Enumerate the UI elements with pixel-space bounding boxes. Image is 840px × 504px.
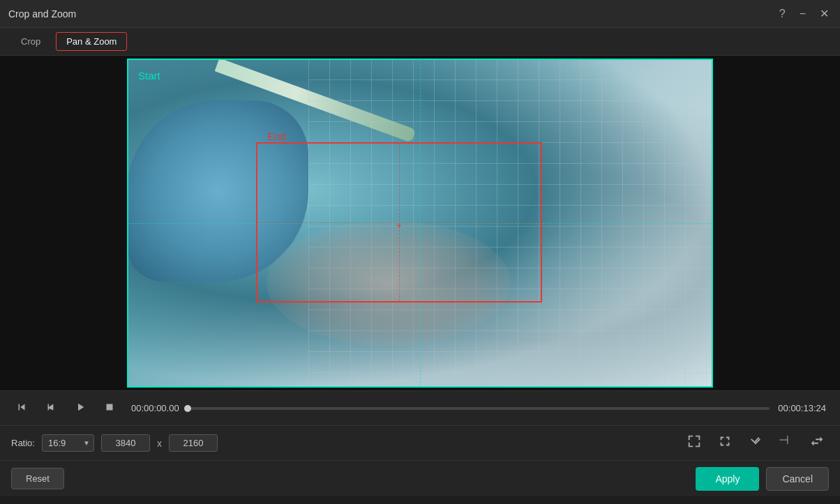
dim-separator: x [157,438,162,449]
fit-to-screen-button[interactable] [682,431,706,455]
tab-pan-zoom[interactable]: Pan & Zoom [56,32,127,51]
svg-text:⊣: ⊣ [779,434,789,446]
current-time: 00:00:00.00 [131,403,179,413]
minimize-button[interactable]: − [797,6,809,22]
action-buttons: Apply Cancel [696,467,829,491]
end-crop-box[interactable]: End + [256,142,542,303]
end-time: 00:00:13:24 [778,403,826,413]
height-input[interactable] [169,434,218,452]
ratio-select-wrapper: 16:9 4:3 1:1 9:16 Custom ▼ [42,434,94,452]
align-right-button[interactable] [744,431,767,455]
cancel-button[interactable]: Cancel [766,467,829,491]
tab-bar: Crop Pan & Zoom [0,28,840,56]
step-back-button[interactable] [11,398,32,419]
end-center-marker: + [396,220,402,225]
ratio-bar: Ratio: 16:9 4:3 1:1 9:16 Custom ▼ x ⊣ [0,425,840,460]
video-area: Start End + [0,56,840,390]
title-bar-controls: ? − ✕ [777,6,832,22]
width-input[interactable] [101,434,150,452]
ratio-select[interactable]: 16:9 4:3 1:1 9:16 Custom [42,434,94,452]
stop-button[interactable] [99,398,120,419]
progress-bar[interactable] [188,407,770,410]
playback-controls: 00:00:00.00 00:00:13:24 [0,390,840,425]
help-button[interactable]: ? [777,6,788,22]
start-label: Start [138,70,160,82]
apply-button[interactable]: Apply [696,467,759,491]
fullscreen-button[interactable] [713,431,737,455]
video-canvas: Start End + [127,59,713,388]
play-button[interactable] [70,398,91,419]
align-left-button[interactable]: ⊣ [774,431,798,455]
swap-button[interactable] [805,431,829,455]
title-bar: Crop and Zoom ? − ✕ [0,0,840,28]
end-label: End [267,130,286,142]
close-button[interactable]: ✕ [817,6,832,22]
window-title: Crop and Zoom [8,8,777,20]
progress-indicator [184,405,191,412]
prev-frame-button[interactable] [40,398,61,419]
bottom-bar: Reset Apply Cancel [0,460,840,496]
tab-crop[interactable]: Crop [11,33,50,50]
reset-button[interactable]: Reset [11,468,64,489]
ratio-label: Ratio: [11,438,35,448]
